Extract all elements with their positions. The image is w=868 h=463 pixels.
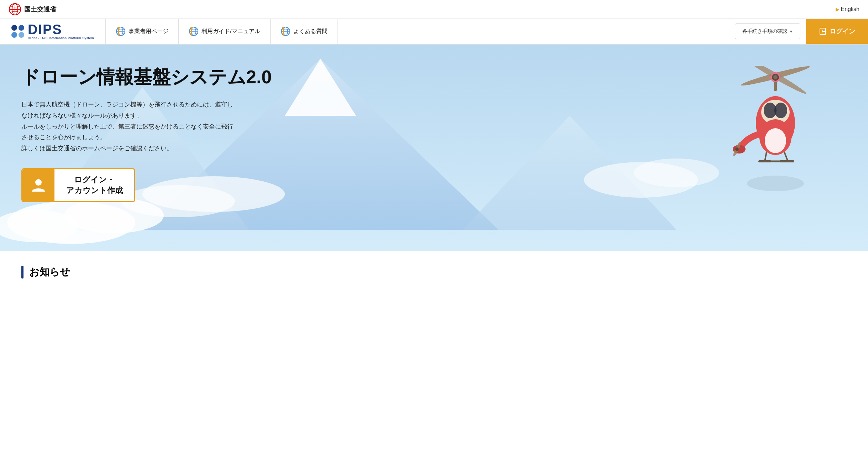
procedures-dropdown[interactable]: 各手続き手順の確認 ▼: [735, 24, 800, 39]
svg-line-52: [765, 152, 767, 161]
hero-desc-line5: 詳しくは国土交通省のホームページをご確認ください。: [21, 145, 173, 152]
login-button-label: ログイン: [830, 27, 855, 36]
login-button[interactable]: ログイン: [806, 19, 868, 44]
nav-item-guide-label: 利用ガイド/マニュアル: [202, 28, 260, 35]
procedures-dropdown-label: 各手続き手順の確認: [742, 28, 787, 35]
svg-point-47: [765, 128, 786, 153]
login-account-card[interactable]: ログイン・ アカウント作成: [21, 168, 135, 202]
dips-title: DIPS: [28, 23, 62, 36]
login-card-line2: アカウント作成: [66, 186, 123, 195]
login-card-line1: ログイン・: [74, 175, 115, 184]
ministry-globe-icon: [9, 3, 21, 16]
svg-point-35: [747, 176, 804, 191]
hero-desc-line4: させることを心がけましょう。: [21, 134, 106, 141]
nav-bar: DIPS Drone / UAS Information Platform Sy…: [0, 19, 868, 45]
person-icon: [31, 177, 46, 193]
hero-desc-line3: ルールをしっかりと理解した上で、第三者に迷惑をかけることなく安全に飛行: [21, 123, 233, 130]
nav-items: 事業者用ページ 利用ガイド/マニュアル: [106, 19, 868, 44]
svg-point-45: [774, 103, 787, 118]
svg-point-33: [634, 158, 719, 187]
section-title-bar: [21, 266, 23, 279]
svg-rect-18: [282, 27, 284, 28]
dips-logo-text: DIPS Drone / UAS Information Platform Sy…: [28, 23, 94, 40]
nav-item-business[interactable]: 事業者用ページ: [106, 19, 179, 44]
notice-section-title: お知らせ: [21, 265, 847, 279]
nav-item-faq[interactable]: よくある質問: [271, 19, 338, 44]
hero-desc-line2: なければならない様々なルールがあります。: [21, 112, 142, 119]
nav-item-faq-label: よくある質問: [293, 28, 328, 35]
hero-description: 日本で無人航空機（ドローン、ラジコン機等）を飛行させるためには、遵守し なければ…: [21, 99, 475, 154]
nav-item-guide[interactable]: 利用ガイド/マニュアル: [179, 19, 270, 44]
ministry-name: 国土交通省: [24, 5, 56, 14]
nav-item-business-label: 事業者用ページ: [129, 28, 168, 35]
english-link[interactable]: ▶ English: [836, 6, 859, 12]
faq-globe-icon: [281, 26, 291, 36]
chevron-down-icon: ▼: [789, 30, 793, 33]
guide-globe-icon: [189, 26, 199, 36]
dips-dots-icon: [11, 25, 24, 38]
svg-point-50: [735, 147, 739, 151]
login-card-text: ログイン・ アカウント作成: [54, 175, 134, 197]
login-icon: [819, 27, 827, 35]
ministry-logo: 国土交通省: [9, 3, 56, 16]
helicopter-illustration: [726, 66, 825, 194]
hero-title: ドローン情報基盤システム2.0: [21, 66, 475, 88]
arrow-right-icon: ▶: [836, 6, 840, 12]
svg-line-53: [784, 152, 788, 161]
svg-point-34: [35, 179, 42, 186]
svg-point-40: [773, 75, 778, 79]
hero-desc-line1: 日本で無人航空機（ドローン、ラジコン機等）を飛行させるためには、遵守し: [21, 101, 233, 108]
english-label: English: [841, 6, 859, 12]
svg-rect-8: [117, 27, 120, 28]
hero-content: ドローン情報基盤システム2.0 日本で無人航空機（ドローン、ラジコン機等）を飛行…: [21, 66, 475, 202]
dips-subtitle: Drone / UAS Information Platform System: [28, 36, 94, 40]
login-card-icon: [22, 169, 54, 201]
top-bar: 国土交通省 ▶ English: [0, 0, 868, 19]
business-globe-icon: [116, 26, 126, 36]
helicopter-svg: [726, 66, 825, 194]
notice-section: お知らせ: [0, 251, 868, 299]
dips-logo: DIPS Drone / UAS Information Platform Sy…: [0, 19, 106, 44]
hero-section: ドローン情報基盤システム2.0 日本で無人航空機（ドローン、ラジコン機等）を飛行…: [0, 45, 868, 251]
svg-rect-13: [190, 27, 193, 28]
notice-title-text: お知らせ: [29, 265, 70, 279]
